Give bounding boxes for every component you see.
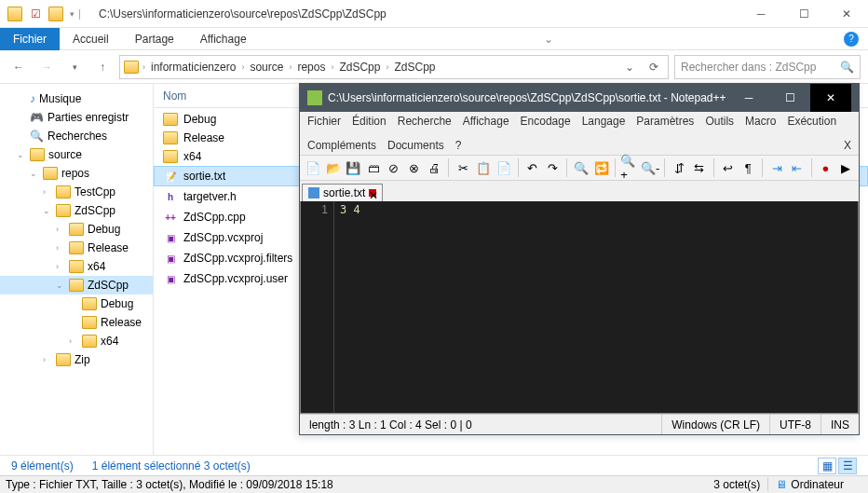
navbar: ← → ▾ ↑ › informaticienzero› source› rep…: [0, 50, 868, 84]
tab-file[interactable]: Fichier: [0, 28, 60, 50]
npp-menu-item[interactable]: Encodage: [521, 115, 571, 128]
npp-editor[interactable]: 1 3 4: [300, 201, 859, 414]
close-button[interactable]: ✕: [825, 0, 868, 28]
npp-status-ins: INS: [821, 415, 859, 434]
undo-icon[interactable]: ↶: [522, 157, 541, 178]
npp-maximize-button[interactable]: ☐: [769, 84, 810, 112]
open-icon[interactable]: 📂: [324, 157, 343, 178]
closeall-icon[interactable]: ⊗: [405, 157, 424, 178]
tree-item[interactable]: ⌄source: [0, 145, 153, 164]
crumb-2[interactable]: repos: [295, 61, 327, 74]
crumb-1[interactable]: source: [248, 61, 285, 74]
tree-item[interactable]: ›x64: [0, 332, 153, 350]
refresh-icon[interactable]: ⟳: [644, 56, 664, 78]
npp-menu-item[interactable]: Édition: [352, 115, 387, 128]
saveall-icon[interactable]: 🗃: [364, 157, 383, 178]
back-button[interactable]: ←: [7, 56, 30, 78]
npp-menu-item[interactable]: Paramètres: [636, 115, 694, 128]
help-icon[interactable]: ?: [844, 32, 859, 47]
paste-icon[interactable]: 📄: [495, 157, 513, 178]
tree-item[interactable]: ›TestCpp: [0, 183, 153, 201]
code-content[interactable]: 3 4: [334, 201, 858, 413]
search-box[interactable]: Rechercher dans : ZdSCpp 🔍: [674, 55, 861, 79]
address-dropdown-icon[interactable]: ⌄: [619, 56, 640, 78]
npp-titlebar[interactable]: C:\Users\informaticienzero\source\repos\…: [300, 84, 859, 112]
tree-item[interactable]: 🔍Recherches: [0, 127, 153, 145]
minimize-button[interactable]: ─: [739, 0, 782, 28]
npp-menu-close-icon[interactable]: X: [844, 139, 851, 152]
tree-item[interactable]: ⌄repos: [0, 164, 153, 183]
view-details-button[interactable]: ☰: [838, 458, 857, 474]
find-icon[interactable]: 🔍: [572, 157, 590, 178]
forward-button[interactable]: →: [35, 56, 58, 78]
closedoc-icon[interactable]: ⊘: [385, 157, 403, 178]
sync-h-icon[interactable]: ⇆: [690, 157, 709, 178]
npp-menu-item[interactable]: Macro: [745, 115, 776, 128]
print-icon[interactable]: 🖨: [426, 157, 444, 178]
quick-access-icon[interactable]: [7, 7, 22, 21]
quick-folder-icon[interactable]: [48, 7, 63, 21]
crumb-0[interactable]: informaticienzero: [149, 61, 237, 74]
status-selection: 1 élément sélectionné 3 octet(s): [92, 459, 251, 472]
npp-title-text: C:\Users\informaticienzero\source\repos\…: [328, 91, 726, 104]
quick-dropdown-icon[interactable]: ▾ │: [69, 7, 84, 21]
npp-menu-item[interactable]: Langage: [582, 115, 626, 128]
npp-tab-sortie[interactable]: sortie.txt ✕: [302, 184, 383, 201]
tree-item[interactable]: ⌄ZdSCpp: [0, 276, 153, 294]
play-icon[interactable]: ▶: [836, 157, 855, 178]
tree-item[interactable]: ⌄ZdSCpp: [0, 201, 153, 220]
tree-item[interactable]: ›Release: [0, 239, 153, 257]
status-bar-1: 9 élément(s) 1 élément sélectionné 3 oct…: [0, 455, 868, 475]
replace-icon[interactable]: 🔁: [592, 157, 611, 178]
npp-menu-item[interactable]: Documents: [387, 139, 444, 152]
npp-menu-item[interactable]: Recherche: [398, 115, 452, 128]
tree-item[interactable]: ♪Musique: [0, 89, 153, 108]
crumb-3[interactable]: ZdSCpp: [337, 61, 382, 74]
status-bar-2: Type : Fichier TXT, Taille : 3 octet(s),…: [0, 475, 868, 493]
recent-dropdown[interactable]: ▾: [63, 56, 86, 78]
tab-home[interactable]: Accueil: [60, 29, 122, 49]
copy-icon[interactable]: 📋: [474, 157, 493, 178]
npp-close-button[interactable]: ✕: [810, 84, 851, 112]
record-icon[interactable]: ●: [817, 157, 835, 178]
tree-item[interactable]: ›Zip: [0, 350, 153, 369]
npp-menu-item[interactable]: ?: [455, 139, 462, 152]
quick-check-icon[interactable]: ☑: [28, 7, 43, 21]
address-folder-icon: [124, 61, 139, 74]
indent-icon[interactable]: ⇥: [767, 157, 786, 178]
sync-v-icon[interactable]: ⇵: [670, 157, 688, 178]
nav-tree[interactable]: ♪Musique🎮Parties enregistr🔍Recherches⌄so…: [0, 84, 154, 459]
zoomin-icon[interactable]: 🔍+: [620, 157, 639, 178]
tree-item[interactable]: ›x64: [0, 257, 153, 276]
view-thumbnails-button[interactable]: ▦: [818, 458, 836, 474]
tree-item[interactable]: 🎮Parties enregistr: [0, 108, 153, 127]
address-bar[interactable]: › informaticienzero› source› repos› ZdSC…: [119, 55, 669, 79]
tab-close-icon[interactable]: ✕: [369, 189, 376, 197]
npp-toolbar: 📄 📂 💾 🗃 ⊘ ⊗ 🖨 ✂ 📋 📄 ↶ ↷ 🔍 🔁 🔍+ 🔍- ⇵ ⇆ ↩ …: [300, 155, 859, 181]
save-icon[interactable]: 💾: [345, 157, 363, 178]
cut-icon[interactable]: ✂: [454, 157, 472, 178]
up-button[interactable]: ↑: [91, 56, 114, 78]
wrap-icon[interactable]: ↩: [719, 157, 738, 178]
search-icon: 🔍: [840, 61, 854, 74]
tab-view[interactable]: Affichage: [187, 29, 260, 49]
crumb-4[interactable]: ZdSCpp: [392, 61, 437, 74]
status-size: 3 octet(s): [713, 478, 760, 491]
allchars-icon[interactable]: ¶: [739, 157, 757, 178]
zoomout-icon[interactable]: 🔍-: [641, 157, 659, 178]
npp-menu-item[interactable]: Affichage: [463, 115, 509, 128]
new-icon[interactable]: 📄: [304, 157, 322, 178]
tab-share[interactable]: Partage: [122, 29, 187, 49]
redo-icon[interactable]: ↷: [543, 157, 562, 178]
npp-menu-item[interactable]: Compléments: [307, 139, 376, 152]
maximize-button[interactable]: ☐: [782, 0, 825, 28]
npp-menu-item[interactable]: Exécution: [787, 115, 836, 128]
tree-item[interactable]: Release: [0, 313, 153, 332]
npp-minimize-button[interactable]: ─: [728, 84, 769, 112]
tree-item[interactable]: Debug: [0, 294, 153, 313]
outdent-icon[interactable]: ⇤: [788, 157, 807, 178]
npp-menu-item[interactable]: Outils: [705, 115, 734, 128]
npp-menu-item[interactable]: Fichier: [307, 115, 341, 128]
tree-item[interactable]: ›Debug: [0, 220, 153, 239]
ribbon-expand-icon[interactable]: ⌄: [544, 33, 553, 46]
